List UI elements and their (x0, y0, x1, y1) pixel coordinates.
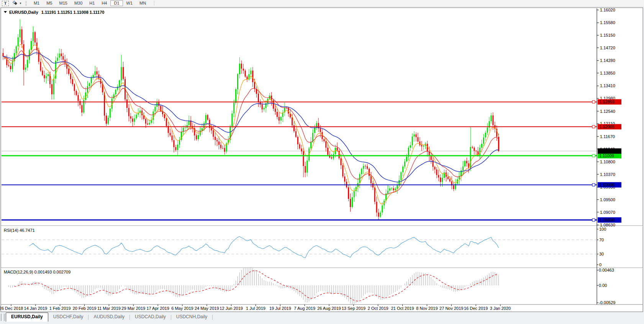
date-tick-label: 17 Apr 2019 (146, 306, 169, 311)
timeframe-button-m1[interactable]: M1 (30, 0, 43, 6)
chart-title: EURUSD,Daily1.11191 1.11251 1.11008 1.11… (9, 10, 104, 15)
price-tick-label: 1.10370 (600, 172, 615, 177)
timeframe-button-h1[interactable]: H1 (86, 0, 98, 6)
date-tick-label: 1 Jul 2019 (246, 306, 265, 311)
price-tick-label: 1.15580 (600, 20, 615, 25)
price-tick-label: 1.12540 (600, 109, 615, 114)
date-tick-label: 26 Dec 2018 (0, 306, 23, 311)
price-tick-label: 1.10800 (600, 160, 615, 164)
level-line-anchor[interactable] (592, 219, 595, 221)
date-tick-label: 14 Jan 2019 (24, 306, 48, 311)
date-tick-label: 13 Sep 2019 (342, 306, 365, 311)
price-tick-label: 1.13850 (600, 71, 615, 75)
chart-toolbar: T ▼ M1M5M15M30H1H4D1W1MN (0, 0, 644, 7)
price-badge-label: 1.10008 (599, 182, 615, 187)
drawing-tools-button[interactable]: ▼ (12, 0, 22, 6)
date-tick-label: 6 May 2019 (171, 306, 193, 311)
price-tick-label: 1.15150 (600, 33, 615, 37)
price-tick-label: 1.14720 (600, 46, 615, 50)
timeframe-button-d1[interactable]: D1 (110, 0, 123, 6)
tab-scroll-grip[interactable] (1, 314, 5, 321)
timeframe-button-mn[interactable]: MN (136, 0, 149, 6)
chart-tabs: EURUSD,DailyUSDCHF,DailyAUDUSD,DailyUSDC… (6, 313, 213, 322)
level-line-anchor[interactable] (592, 125, 595, 128)
price-tick-label: 1.16020 (600, 8, 615, 12)
date-tick-label: 7 Aug 2019 (294, 306, 315, 311)
timeframe-button-w1[interactable]: W1 (123, 0, 136, 6)
date-tick-label: 29 Mar 2019 (121, 306, 145, 311)
date-tick-label: 26 Aug 2019 (317, 306, 341, 311)
price-badge-label: 1.11170 (599, 149, 614, 153)
toolbar-separator (154, 1, 154, 6)
date-tick-label: 19 Jul 2019 (269, 306, 291, 311)
toolbar-grip[interactable] (26, 1, 28, 6)
text-tool-icon: T (4, 1, 7, 5)
rsi-tick-label: 30 (599, 252, 604, 256)
macd-tick-label: 0.00463 (599, 268, 614, 272)
price-tick-label: 1.11670 (600, 134, 615, 139)
tab-usdchf[interactable]: USDCHF,Daily (48, 313, 88, 321)
level-line-anchor[interactable] (592, 101, 595, 103)
price-badge-label: 1.11009 (599, 153, 614, 158)
date-tick-label: 11 Mar 2019 (97, 306, 121, 311)
price-tick-label: 1.09070 (600, 210, 615, 215)
timeframe-button-m30[interactable]: M30 (71, 0, 86, 6)
chart-tab-bar: EURUSD,DailyUSDCHF,DailyAUDUSD,DailyUSDC… (0, 313, 644, 324)
timeframe-button-group: M1M5M15M30H1H4D1W1MN (30, 0, 149, 6)
date-tick-label: 24 May 2019 (195, 306, 219, 311)
dropdown-caret-icon: ▼ (19, 2, 22, 5)
rsi-tick-label: 100 (599, 227, 606, 231)
timeframe-button-m15[interactable]: M15 (56, 0, 71, 6)
chart-frame (1, 8, 643, 312)
date-tick-label: 3 Jan 2020 (490, 306, 511, 311)
text-tool-button[interactable]: T (2, 1, 9, 6)
tab-divider (212, 315, 213, 320)
price-tick-label: 1.09500 (600, 197, 615, 202)
date-tick-label: 21 Oct 2019 (391, 306, 414, 311)
timeframe-button-h4[interactable]: H4 (98, 0, 110, 6)
date-tick-label: 20 Feb 2019 (73, 306, 97, 311)
macd-indicator-label: MACD(12,26,9) 0.001493 0.002709 (4, 270, 70, 274)
tab-usdcnh[interactable]: USDCNH,Daily (171, 313, 212, 321)
level-line-anchor[interactable] (592, 155, 595, 157)
date-tick-label: 12 Jun 2019 (220, 306, 243, 311)
price-tick-label: 1.13410 (600, 83, 615, 88)
level-line-anchor[interactable] (592, 184, 595, 186)
diamond-arrows-icon (12, 0, 18, 7)
price-badge-label: 1.12859 (599, 99, 615, 104)
tab-audusd[interactable]: AUDUSD,Daily (88, 313, 129, 321)
macd-tick-label: 0.00 (599, 283, 607, 288)
date-tick-label: 16 Dec 2019 (464, 306, 488, 311)
tab-usdcad[interactable]: USDCAD,Daily (130, 313, 171, 321)
price-tick-label: 1.14280 (600, 58, 615, 63)
rsi-tick-label: 0 (599, 262, 601, 267)
price-badge-label: 1.08800 (599, 218, 615, 222)
timeframe-button-m5[interactable]: M5 (43, 0, 56, 6)
macd-tick-label: -0.00529 (599, 300, 615, 305)
rsi-indicator-label: RSI(14) 46.7471 (4, 228, 35, 233)
date-tick-label: 2 Oct 2019 (368, 306, 388, 311)
price-chart[interactable]: 1.160201.155801.151501.147201.142801.138… (0, 7, 644, 313)
tab-eurusd[interactable]: EURUSD,Daily (6, 313, 48, 322)
rsi-tick-label: 70 (599, 238, 604, 242)
date-tick-label: 27 Nov 2019 (439, 306, 463, 311)
date-tick-label: 1 Feb 2019 (49, 306, 71, 311)
chart-window: 1.160201.155801.151501.147201.142801.138… (0, 7, 644, 313)
date-tick-label: 8 Nov 2019 (416, 306, 438, 311)
price-badge-label: 1.12005 (599, 124, 615, 129)
